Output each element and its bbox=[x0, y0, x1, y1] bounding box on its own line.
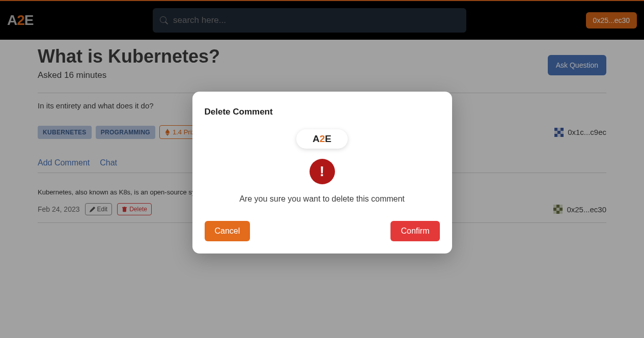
modal-icon-wrap: ! bbox=[205, 159, 440, 184]
brand-a: A bbox=[313, 133, 320, 144]
modal-message: Are you sure you want to delete this com… bbox=[205, 194, 440, 204]
brand-two: 2 bbox=[320, 133, 325, 144]
cancel-button[interactable]: Cancel bbox=[205, 221, 250, 241]
warning-icon: ! bbox=[310, 159, 335, 184]
confirm-button[interactable]: Confirm bbox=[390, 221, 439, 241]
modal-overlay[interactable]: Delete Comment A2E ! Are you sure you wa… bbox=[0, 0, 644, 338]
delete-comment-modal: Delete Comment A2E ! Are you sure you wa… bbox=[192, 92, 452, 254]
modal-actions: Cancel Confirm bbox=[205, 221, 440, 241]
modal-brand-logo: A2E bbox=[296, 129, 348, 149]
modal-title: Delete Comment bbox=[205, 107, 440, 117]
brand-e: E bbox=[325, 133, 331, 144]
modal-logo-wrap: A2E bbox=[205, 129, 440, 149]
